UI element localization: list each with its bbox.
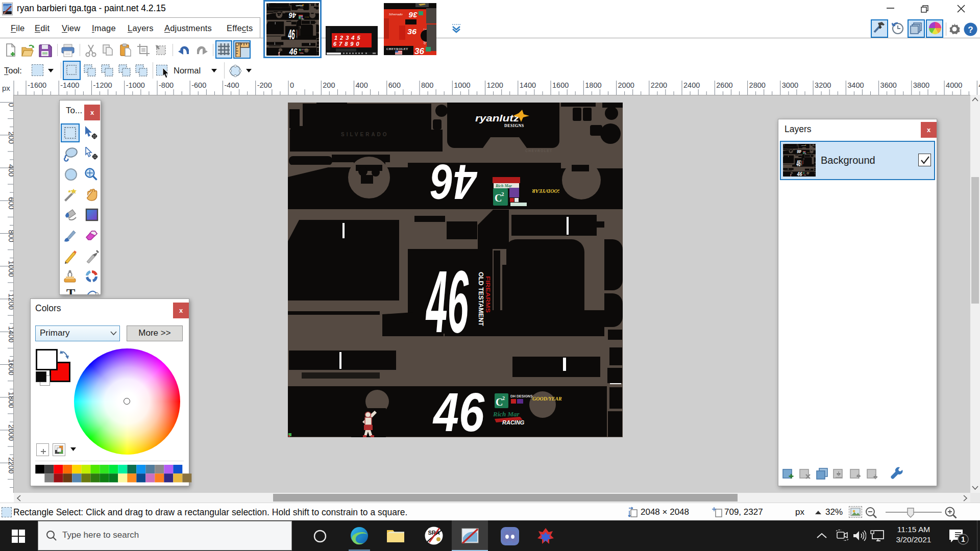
svg-text:2: 2 — [501, 191, 504, 197]
svg-text:46: 46 — [289, 47, 298, 56]
svg-text:DESIGNS: DESIGNS — [301, 7, 304, 7]
svg-text:46: 46 — [288, 27, 295, 42]
svg-text:36: 36 — [407, 27, 417, 36]
svg-text:Rich Mar: Rich Mar — [493, 410, 520, 418]
svg-text:67890: 67890 — [333, 41, 362, 47]
svg-text:600: 600 — [388, 81, 401, 89]
svg-text:2800: 2800 — [749, 81, 766, 89]
svg-text:FIREARMS: FIREARMS — [485, 276, 491, 313]
svg-text:1200: 1200 — [487, 81, 503, 89]
svg-text:1400: 1400 — [520, 81, 536, 89]
svg-text:12345: 12345 — [334, 35, 363, 41]
svg-text:3200: 3200 — [815, 81, 831, 89]
svg-text:3800: 3800 — [913, 81, 929, 89]
svg-text:36: 36 — [414, 47, 424, 55]
svg-text:46: 46 — [432, 382, 485, 437]
svg-text:46: 46 — [289, 11, 297, 20]
svg-text:Rich Mar: Rich Mar — [299, 52, 303, 53]
svg-text:OLD TESTAMENT: OLD TESTAMENT — [297, 30, 298, 38]
svg-text:46: 46 — [797, 149, 802, 155]
svg-text:ryanlutz: ryanlutz — [296, 5, 303, 7]
svg-text:1000: 1000 — [454, 81, 470, 89]
svg-text:RACING: RACING — [300, 53, 304, 54]
svg-text:RACING: RACING — [502, 419, 525, 425]
svg-text:Silverado: Silverado — [389, 12, 403, 16]
svg-text:CHEVROLET: CHEVROLET — [304, 10, 308, 11]
svg-text:1: 1 — [961, 535, 965, 543]
svg-text:SILVERADO: SILVERADO — [341, 132, 389, 137]
svg-text:RACING: RACING — [804, 175, 806, 176]
svg-text:3000: 3000 — [782, 81, 798, 89]
svg-text:ryanlutz: ryanlutz — [475, 113, 520, 123]
svg-text:GOOD/YEAR: GOOD/YEAR — [532, 396, 562, 402]
svg-text:400: 400 — [356, 81, 368, 89]
svg-text:Rich Mar: Rich Mar — [803, 174, 805, 174]
svg-text:?: ? — [968, 25, 973, 35]
svg-text:DESIGNS: DESIGNS — [504, 123, 524, 128]
svg-text:3600: 3600 — [880, 81, 897, 89]
svg-text:1800: 1800 — [585, 81, 601, 89]
svg-text:FIREARMS: FIREARMS — [298, 30, 299, 36]
svg-text:2000: 2000 — [618, 81, 634, 89]
svg-text:1600: 1600 — [552, 81, 569, 89]
svg-text:2: 2 — [502, 395, 505, 401]
svg-text:DH DESIGNS: DH DESIGNS — [805, 172, 807, 172]
svg-text:0: 0 — [290, 81, 294, 89]
svg-text:DH DESIGNS: DH DESIGNS — [301, 49, 305, 49]
svg-text:-200: -200 — [257, 81, 272, 89]
svg-text:800: 800 — [421, 81, 433, 89]
svg-text:-400: -400 — [225, 81, 239, 89]
svg-text:36: 36 — [409, 11, 418, 19]
svg-text:2: 2 — [300, 17, 301, 18]
svg-text:2200: 2200 — [651, 81, 667, 89]
svg-text:2400: 2400 — [683, 81, 700, 89]
svg-text:Rich Mar: Rich Mar — [495, 184, 512, 188]
svg-text:2600: 2600 — [716, 81, 732, 89]
svg-text:3400: 3400 — [847, 81, 864, 89]
svg-text:ryanlutz: ryanlutz — [801, 145, 805, 146]
svg-text:GOOD/YEAR: GOOD/YEAR — [532, 188, 561, 194]
svg-text:200: 200 — [323, 81, 335, 89]
svg-text:CHEVROLET: CHEVROLET — [525, 149, 553, 153]
svg-text:Rich Mar: Rich Mar — [299, 16, 302, 16]
svg-text:46: 46 — [796, 159, 801, 168]
svg-text:DH DESIGNS: DH DESIGNS — [510, 394, 533, 398]
svg-text:46: 46 — [426, 253, 469, 350]
svg-text:CHEVROLET: CHEVROLET — [386, 47, 408, 51]
svg-text:DESIGNS: DESIGNS — [804, 146, 806, 146]
svg-text:46: 46 — [430, 154, 478, 210]
svg-text:CHEVROLET: CHEVROLET — [806, 148, 809, 148]
svg-text:46: 46 — [797, 171, 802, 177]
svg-text:OLD TESTAMENT: OLD TESTAMENT — [477, 272, 485, 326]
svg-text:4000: 4000 — [946, 81, 962, 89]
